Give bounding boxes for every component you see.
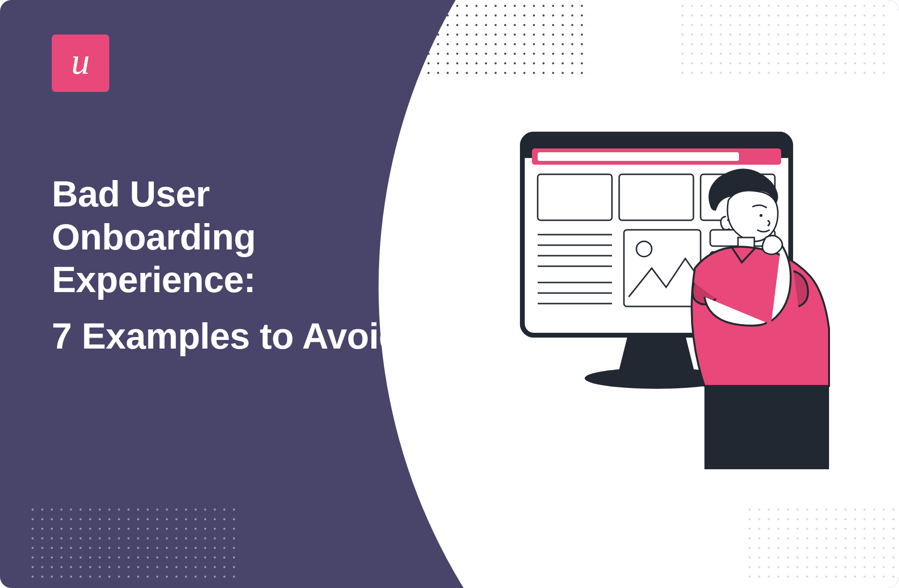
blog-cover: u Bad User Onboarding Experience: 7 Exam… <box>0 0 899 588</box>
svg-rect-5 <box>538 174 612 220</box>
svg-rect-3 <box>538 152 739 161</box>
svg-point-21 <box>760 214 762 217</box>
title-line-2: Onboarding <box>52 215 401 259</box>
svg-rect-6 <box>619 174 693 220</box>
logo-letter: u <box>71 43 90 80</box>
title-block: Bad User Onboarding Experience: 7 Exampl… <box>52 172 401 358</box>
brand-logo: u <box>52 34 109 92</box>
subtitle-line: 7 Examples to Avoid <box>52 315 401 358</box>
title-line-1: Bad User <box>52 172 401 215</box>
svg-rect-15 <box>624 230 701 306</box>
title-line-3: Experience: <box>52 258 401 301</box>
hero-illustration <box>503 124 848 469</box>
